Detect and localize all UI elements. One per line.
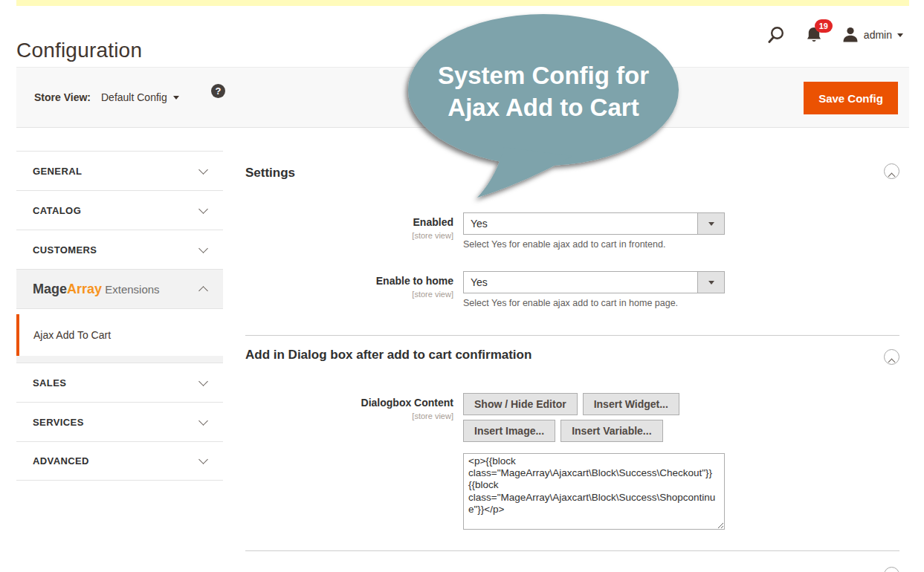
sidebar-item-sales[interactable]: SALES <box>16 363 223 402</box>
admin-username: admin <box>864 29 892 41</box>
sidebar-item-services[interactable]: SERVICES <box>16 402 223 441</box>
collapse-settings-icon[interactable] <box>884 163 899 179</box>
store-view-dropdown[interactable]: Default Config <box>101 91 179 103</box>
field-label: Dialogbox Content <box>245 397 453 409</box>
store-view-current: Default Config <box>101 91 167 103</box>
enabled-select[interactable]: Yes <box>463 212 725 235</box>
sidebar-item-general[interactable]: GENERAL <box>16 151 223 190</box>
caret-down-icon <box>697 213 724 234</box>
dialog-section-title: Add in Dialog box after add to cart conf… <box>245 348 899 363</box>
sidebar-item-ajax-add-to-cart-active[interactable]: Ajax Add To Cart <box>16 314 223 356</box>
chevron-down-icon <box>198 455 208 464</box>
store-view-switcher: Store View: Default Config <box>34 91 179 103</box>
field-row-enabled: Enabled [store view] Yes Select Yes for … <box>245 212 899 250</box>
notifications-bell-icon[interactable]: 19 <box>805 25 823 45</box>
user-icon <box>842 26 859 44</box>
caret-down-icon <box>697 272 724 293</box>
chevron-down-icon <box>198 165 208 175</box>
magearray-brand: MageArray Extensions <box>33 282 160 297</box>
show-hide-editor-button[interactable]: Show / Hide Editor <box>463 393 578 415</box>
insert-variable-button[interactable]: Insert Variable... <box>560 420 662 442</box>
wysiwyg-button-group: Show / Hide Editor Insert Widget... Inse… <box>463 393 708 442</box>
enable-to-home-select[interactable]: Yes <box>463 271 725 293</box>
field-hint: Select Yes for enable ajax add to cart i… <box>463 298 899 308</box>
store-view-label: Store View: <box>34 91 91 103</box>
field-label: Enable to home <box>245 275 453 287</box>
chevron-down-icon <box>198 244 208 253</box>
notification-count-badge: 19 <box>815 19 833 33</box>
help-icon[interactable]: ? <box>211 84 225 98</box>
chevron-down-icon <box>198 416 208 426</box>
speech-bubble-annotation: System Config for Ajax Add to Cart <box>400 12 690 209</box>
chevron-down-icon <box>198 204 208 214</box>
chevron-down-icon <box>897 33 903 37</box>
insert-image-button[interactable]: Insert Image... <box>463 420 555 442</box>
config-main-panel: Settings Enabled [store view] Yes Select… <box>245 160 899 551</box>
collapse-next-section-icon[interactable] <box>884 567 899 572</box>
notice-strip <box>16 0 909 6</box>
insert-widget-button[interactable]: Insert Widget... <box>583 393 679 415</box>
admin-account-menu[interactable]: admin <box>842 26 903 44</box>
callout-line1: System Config for <box>438 62 649 89</box>
callout-line2: Ajax Add to Cart <box>448 94 639 121</box>
section-divider <box>245 335 899 336</box>
field-scope: [store view] <box>245 412 453 420</box>
chevron-down-icon <box>198 377 208 386</box>
field-row-enable-to-home: Enable to home [store view] Yes Select Y… <box>245 271 899 308</box>
section-divider <box>245 550 899 551</box>
sidebar-item-catalog[interactable]: CATALOG <box>16 190 223 230</box>
config-sidebar: GENERAL CATALOG CUSTOMERS MageArray Exte… <box>16 151 223 481</box>
collapse-dialog-icon[interactable] <box>884 349 899 365</box>
field-row-dialogbox-content: Dialogbox Content [store view] Show / Hi… <box>245 393 899 530</box>
chevron-down-icon <box>173 96 179 100</box>
sidebar-item-customers[interactable]: CUSTOMERS <box>16 230 223 269</box>
field-scope: [store view] <box>245 290 453 299</box>
search-icon[interactable] <box>766 25 786 45</box>
page-title: Configuration <box>16 39 142 62</box>
header-actions: 19 admin <box>766 24 903 46</box>
field-hint: Select Yes for enable ajax add to cart i… <box>463 239 899 250</box>
field-label: Enabled <box>245 216 453 229</box>
save-config-button[interactable]: Save Config <box>804 82 898 114</box>
chevron-up-icon <box>888 359 896 366</box>
dialogbox-content-textarea[interactable]: <p>{{block class="MageArray\Ajaxcart\Blo… <box>463 453 725 530</box>
sidebar-item-magearray-extensions[interactable]: MageArray Extensions <box>16 269 223 308</box>
field-scope: [store view] <box>245 231 453 240</box>
chevron-up-icon <box>198 286 208 296</box>
sidebar-item-advanced[interactable]: ADVANCED <box>16 441 223 481</box>
